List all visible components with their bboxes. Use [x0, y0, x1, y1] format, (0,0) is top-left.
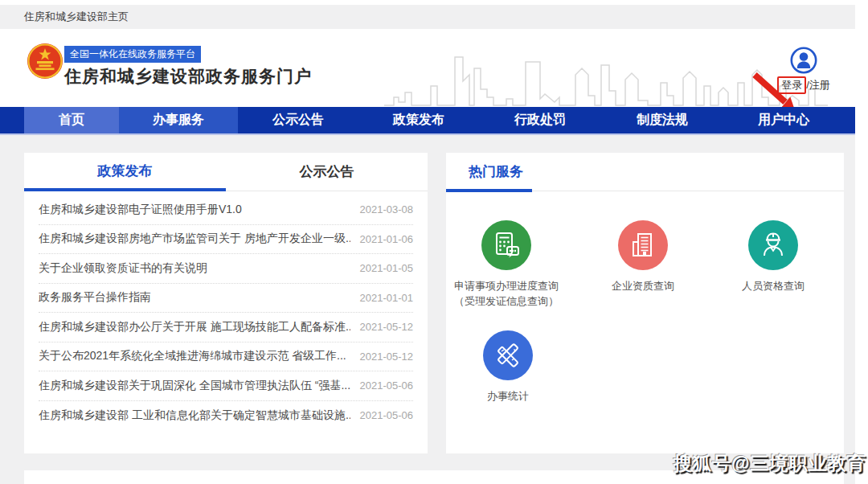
main-navigation: 首页办事服务公示公告政策发布行政处罚制度法规用户中心: [0, 107, 855, 135]
service-label: 人员资格查询: [701, 278, 845, 293]
article-row[interactable]: 关于企业领取资质证书的有关说明2021-01-05: [39, 254, 413, 284]
service-statistics[interactable]: 办事统计: [436, 330, 580, 404]
nav-item-1[interactable]: 首页: [24, 107, 119, 133]
article-row[interactable]: 关于公布2021年系统化全域推进海绵城市建设示范 省级工作...2021-05-…: [39, 342, 413, 372]
nav-item-4[interactable]: 政策发布: [358, 107, 479, 133]
article-title: 住房和城乡建设部 工业和信息化部关于确定智慧城市基础设施...: [39, 408, 350, 423]
article-date: 2021-05-06: [360, 409, 414, 421]
statistics-icon: [483, 330, 533, 380]
article-row[interactable]: 住房和城乡建设部电子证照使用手册V1.02021-03-08: [39, 195, 413, 225]
article-title: 关于企业领取资质证书的有关说明: [39, 261, 207, 276]
personnel-qualification-icon: [748, 220, 798, 270]
service-enterprise-qualification[interactable]: 企业资质查询: [571, 220, 715, 293]
watermark-text: 搜狐号@三境职业教育: [674, 451, 866, 476]
article-row[interactable]: 住房和城乡建设部办公厅关于开展 施工现场技能工人配备标准...2021-05-1…: [39, 313, 413, 342]
content-area: 政策发布公示公告 住房和城乡建设部电子证照使用手册V1.02021-03-08住…: [0, 135, 855, 484]
news-tabs: 政策发布公示公告: [24, 153, 428, 191]
article-list: 住房和城乡建设部电子证照使用手册V1.02021-03-08住房和城乡建设部房地…: [24, 191, 428, 430]
article-row[interactable]: 住房和城乡建设部房地产市场监管司关于 房地产开发企业一级...2021-01-0…: [39, 225, 413, 255]
tab-policy[interactable]: 政策发布: [24, 153, 226, 191]
article-date: 2021-05-12: [360, 321, 414, 333]
user-account-icon[interactable]: [790, 47, 817, 74]
page-title: 住房和城乡建设部政务服务门户: [64, 65, 312, 88]
nav-item-2[interactable]: 办事服务: [119, 107, 238, 133]
user-auth-block: 登录/注册: [772, 47, 836, 94]
article-title: 关于公布2021年系统化全域推进海绵城市建设示范 省级工作...: [39, 349, 346, 363]
service-label: 办事统计: [436, 388, 580, 404]
article-date: 2021-05-06: [360, 379, 414, 392]
service-progress-query[interactable]: 申请事项办理进度查询（受理发证信息查询）: [434, 220, 579, 309]
enterprise-qualification-icon: [618, 220, 668, 270]
article-row[interactable]: 政务服务平台操作指南2021-01-01: [39, 284, 413, 314]
ministry-home-link[interactable]: 住房和城乡建设部主页: [24, 10, 129, 24]
login-button[interactable]: 登录: [777, 76, 806, 94]
article-title: 住房和城乡建设部房地产市场监管司关于 房地产开发企业一级...: [39, 232, 350, 246]
progress-query-icon: [481, 220, 531, 270]
hot-services-title: 热门服务: [469, 162, 523, 181]
article-date: 2021-05-12: [360, 351, 414, 363]
hot-services-underline: [446, 189, 532, 192]
nav-item-6[interactable]: 制度法规: [601, 107, 723, 133]
article-row[interactable]: 住房和城乡建设部 工业和信息化部关于确定智慧城市基础设施...2021-05-0…: [39, 401, 413, 431]
brand-block: 全国一体化在线政务服务平台 住房和城乡建设部政务服务门户: [64, 46, 312, 88]
article-date: 2021-03-08: [360, 203, 414, 215]
hot-services-header: 热门服务: [446, 153, 844, 191]
article-title: 政务服务平台操作指南: [39, 290, 151, 305]
article-row[interactable]: 住房和城乡建设部关于巩固深化 全国城市管理执法队伍 “强基...2021-05-…: [39, 371, 413, 401]
page: 住房和城乡建设部主页 全国一体化在线政务服务平台 住房和城乡建设部政务服务门户: [0, 0, 855, 484]
service-label: 申请事项办理进度查询（受理发证信息查询）: [434, 278, 579, 309]
site-header: 全国一体化在线政务服务平台 住房和城乡建设部政务服务门户 登录/注册: [0, 29, 855, 107]
article-title: 住房和城乡建设部办公厅关于开展 施工现场技能工人配备标准...: [39, 320, 350, 334]
platform-badge: 全国一体化在线政务服务平台: [64, 46, 201, 63]
news-panel: 政策发布公示公告 住房和城乡建设部电子证照使用手册V1.02021-03-08住…: [24, 153, 428, 453]
nav-item-7[interactable]: 用户中心: [723, 107, 844, 133]
register-button[interactable]: 注册: [809, 79, 830, 91]
city-skyline-decoration: [384, 50, 828, 107]
article-date: 2021-01-06: [360, 233, 414, 245]
top-link-bar: 住房和城乡建设部主页: [0, 5, 855, 29]
article-title: 住房和城乡建设部电子证照使用手册V1.0: [39, 203, 242, 217]
service-personnel-qualification[interactable]: 人员资格查询: [701, 220, 845, 293]
article-date: 2021-01-05: [360, 262, 414, 274]
nav-item-5[interactable]: 行政处罚: [479, 107, 601, 133]
hot-services-panel: 热门服务 申请事项办理进度查询（受理发证信息查询）企业资质查询人员资格查询办事统…: [446, 153, 844, 453]
article-title: 住房和城乡建设部关于巩固深化 全国城市管理执法队伍 “强基...: [39, 379, 350, 393]
tab-notice[interactable]: 公示公告: [226, 153, 428, 191]
auth-links: 登录/注册: [772, 76, 836, 94]
article-date: 2021-01-01: [360, 292, 414, 304]
service-label: 企业资质查询: [571, 278, 715, 293]
national-emblem-logo: [27, 43, 63, 80]
nav-item-3[interactable]: 公示公告: [238, 107, 358, 133]
